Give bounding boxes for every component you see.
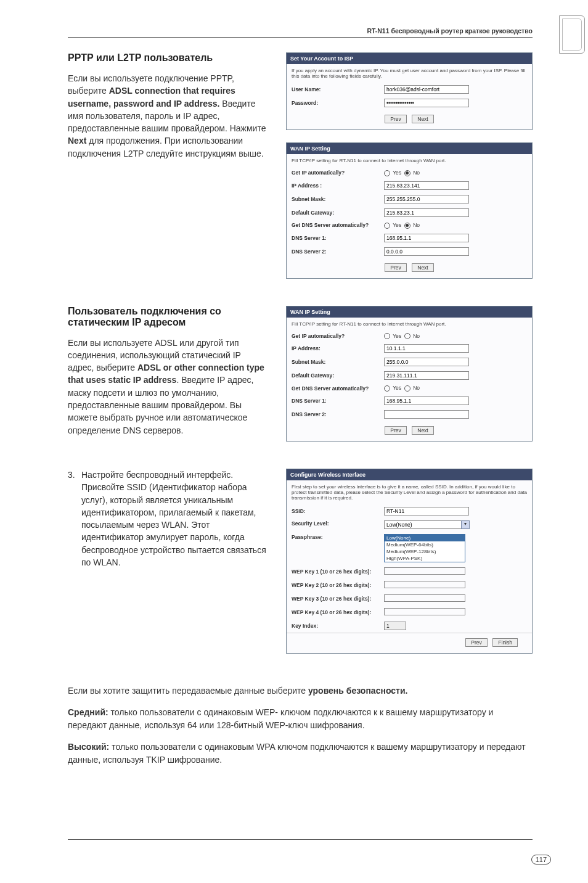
panel4-ssid-label: SSID: — [292, 508, 384, 514]
panel1-next-button[interactable]: Next — [412, 115, 433, 123]
panel3-yes2: Yes — [393, 385, 401, 391]
footer-rule — [68, 839, 533, 840]
header-rule: RT-N11 беспроводный роутер краткое руков… — [68, 25, 533, 38]
panel2-desc: Fill TCP/IP setting for RT-N11 to connec… — [287, 154, 532, 167]
header-title: RT-N11 беспроводный роутер краткое руков… — [367, 27, 533, 35]
panel3-getip-radio[interactable]: Yes No — [384, 333, 527, 340]
panel1-title: Set Your Account to ISP — [287, 53, 532, 64]
sec-opt-wpa[interactable]: High(WPA-PSK) — [385, 555, 465, 562]
panel4-wep2-label: WEP Key 2 (10 or 26 hex digits): — [292, 582, 384, 588]
section1-post: для продолжения. При использовании подкл… — [68, 136, 264, 158]
panel3-gw-input[interactable] — [384, 371, 469, 380]
panel4-wep2-input[interactable] — [384, 581, 465, 588]
panel2-gw-input[interactable] — [384, 208, 469, 217]
panel4-finish-button[interactable]: Finish — [492, 638, 518, 647]
sec-opt-wep128[interactable]: Medium(WEP-128bits) — [385, 548, 465, 555]
panel3-title: WAN IP Setting — [287, 306, 532, 318]
panel1-pass-input[interactable] — [384, 99, 469, 107]
panel4-keyidx-label: Key Index: — [292, 623, 384, 629]
panel2-dns2-label: DNS Server 2: — [292, 248, 384, 255]
panel3-mask-input[interactable] — [384, 358, 469, 366]
panel2-no1: No — [413, 170, 420, 176]
panel3-prev-button[interactable]: Prev — [385, 426, 406, 435]
panel3-mask-label: Subnet Mask: — [292, 359, 384, 365]
panel3-no1: No — [413, 333, 420, 339]
panel2-prev-button[interactable]: Prev — [385, 263, 406, 272]
panel3-getdns-label: Get DNS Server automatically? — [292, 385, 384, 392]
footer-p2b: Средний: — [68, 707, 108, 717]
panel2-getdns-radio[interactable]: Yes No — [384, 222, 527, 229]
panel3-no2: No — [413, 385, 420, 391]
section2-text: Если вы используете ADSL или другой тип … — [68, 337, 268, 437]
page-number: 117 — [531, 855, 551, 865]
panel4-desc: First step to set your wireless interfac… — [287, 480, 532, 504]
panel3-yes1: Yes — [393, 333, 401, 339]
panel-wireless: Configure Wireless Interface First step … — [286, 469, 533, 654]
panel4-sec-options[interactable]: Low(None) Medium(WEP-64bits) Medium(WEP-… — [384, 534, 465, 562]
panel3-getip-label: Get IP automatically? — [292, 333, 384, 339]
footer-p1a: Если вы хотите защитить передаваемые дан… — [68, 686, 308, 696]
dropdown-arrow-icon[interactable]: ▾ — [461, 520, 470, 529]
section1-text: Если вы используете подключение PPTP, вы… — [68, 72, 268, 160]
panel3-ip-label: IP Address: — [292, 345, 384, 351]
panel4-wep3-label: WEP Key 3 (10 or 26 hex digits): — [292, 596, 384, 602]
panel4-wep4-input[interactable] — [384, 608, 465, 615]
panel3-dns1-label: DNS Server 1: — [292, 398, 384, 404]
footer-block: Если вы хотите защитить передаваемые дан… — [68, 684, 533, 766]
section1-bold2: Next — [68, 136, 86, 146]
spiral-binding-decoration — [559, 15, 585, 54]
section3-number: 3. — [68, 469, 81, 569]
panel2-title: WAN IP Setting — [287, 143, 532, 154]
panel3-next-button[interactable]: Next — [412, 426, 433, 435]
panel-wan-ip-2: WAN IP Setting Fill TCP/IP setting for R… — [286, 306, 533, 442]
panel2-ip-input[interactable] — [384, 181, 469, 190]
panel4-title: Configure Wireless Interface — [287, 469, 532, 480]
footer-p3: только пользователи с одинаковым WPA клю… — [68, 742, 526, 765]
panel2-dns1-input[interactable] — [384, 234, 469, 242]
panel4-prev-button[interactable]: Prev — [465, 638, 487, 647]
panel1-prev-button[interactable]: Prev — [385, 115, 406, 123]
panel2-ip-label: IP Address : — [292, 183, 384, 189]
panel2-mask-label: Subnet Mask: — [292, 196, 384, 202]
footer-p1b: уровень безопасности. — [308, 686, 407, 696]
panel4-keyidx-select[interactable] — [384, 622, 406, 630]
panel2-yes2: Yes — [393, 222, 401, 228]
panel4-ssid-input[interactable] — [384, 507, 469, 515]
sec-opt-low[interactable]: Low(None) — [385, 535, 465, 541]
panel3-dns1-input[interactable] — [384, 396, 469, 405]
panel-wan-ip-1: WAN IP Setting Fill TCP/IP setting for R… — [286, 142, 533, 279]
panel1-pass-label: Password: — [292, 100, 384, 106]
panel4-wep1-input[interactable] — [384, 567, 465, 575]
panel3-ip-input[interactable] — [384, 344, 469, 353]
panel4-sec-label: Security Level: — [292, 520, 384, 527]
panel-set-account: Set Your Account to ISP If you apply an … — [286, 52, 533, 130]
footer-p2: только пользователи с одинаковым WEP- кл… — [68, 707, 493, 730]
panel4-wep1-label: WEP Key 1 (10 or 26 hex digits): — [292, 569, 384, 575]
section1-heading: PPTP или L2TP пользователь — [68, 52, 268, 64]
section3-text: 3. Настройте беспроводный интерфейс. При… — [68, 469, 268, 569]
panel2-no2: No — [413, 222, 420, 228]
panel3-dns2-label: DNS Server 2: — [292, 411, 384, 417]
panel2-getdns-label: Get DNS Server automatically? — [292, 222, 384, 228]
panel2-mask-input[interactable] — [384, 195, 469, 203]
footer-p3b: Высокий: — [68, 742, 109, 752]
panel3-getdns-radio[interactable]: Yes No — [384, 385, 527, 392]
panel2-yes1: Yes — [393, 170, 401, 176]
section2-heading: Пользователь подключения со статическим … — [68, 306, 268, 328]
page-number-value: 117 — [531, 855, 551, 865]
panel2-getip-label: Get IP automatically? — [292, 170, 384, 176]
panel2-dns1-label: DNS Server 1: — [292, 235, 384, 241]
panel3-dns2-input[interactable] — [384, 410, 469, 419]
section3-body: Настройте беспроводный интерфейс. Присво… — [81, 469, 268, 569]
panel4-wep3-input[interactable] — [384, 594, 465, 602]
panel1-user-input[interactable] — [384, 85, 469, 94]
panel4-sec-select[interactable] — [384, 520, 462, 529]
panel4-pass-label: Passphrase: — [292, 534, 384, 540]
panel2-dns2-input[interactable] — [384, 247, 469, 256]
panel2-next-button[interactable]: Next — [412, 263, 433, 272]
panel2-gw-label: Default Gateway: — [292, 210, 384, 216]
panel3-desc: Fill TCP/IP setting for RT-N11 to connec… — [287, 318, 532, 331]
panel2-getip-radio[interactable]: Yes No — [384, 170, 527, 176]
sec-opt-wep64[interactable]: Medium(WEP-64bits) — [385, 541, 465, 548]
panel3-gw-label: Default Gateway: — [292, 372, 384, 379]
